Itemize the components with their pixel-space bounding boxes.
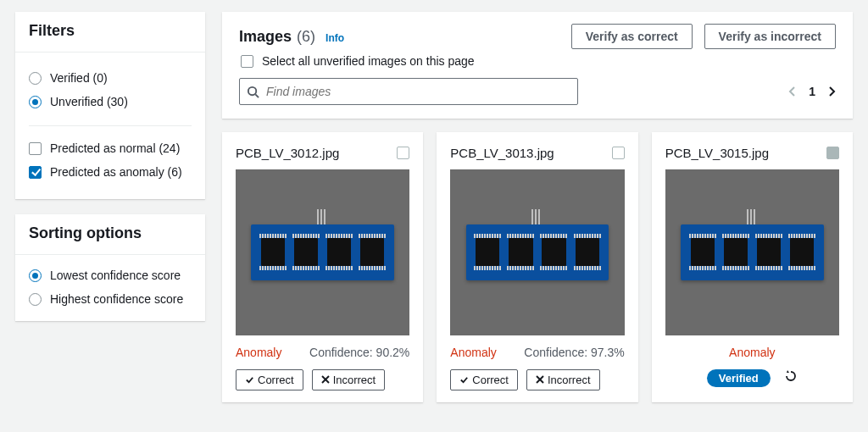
- verified-badge: Verified: [707, 369, 771, 387]
- x-icon: [321, 375, 330, 384]
- image-thumbnail[interactable]: [450, 169, 624, 335]
- pagination: 1: [788, 85, 836, 98]
- filter-unverified[interactable]: Unverified (30): [29, 90, 192, 114]
- sorting-panel: Sorting options Lowest confidence score …: [15, 214, 205, 321]
- undo-button[interactable]: [784, 369, 798, 387]
- radio-icon: [29, 72, 42, 85]
- filters-title: Filters: [15, 12, 205, 53]
- status-label: Anomaly: [450, 346, 496, 359]
- search-input-wrapper[interactable]: [239, 78, 578, 105]
- filter-label: Unverified (30): [50, 95, 128, 108]
- image-card: PCB_LV_3013.jpg Anomaly Confidence: 97.3…: [437, 132, 637, 402]
- filter-predicted-normal[interactable]: Predicted as normal (24): [29, 136, 192, 160]
- x-icon: [536, 375, 544, 384]
- prev-page-button[interactable]: [788, 86, 797, 97]
- chevron-left-icon: [788, 86, 797, 97]
- svg-point-0: [248, 86, 256, 94]
- chevron-right-icon: [827, 86, 836, 97]
- filter-label: Predicted as anomaly (6): [50, 165, 182, 179]
- filter-predicted-anomaly[interactable]: Predicted as anomaly (6): [29, 160, 192, 184]
- undo-icon: [784, 369, 798, 383]
- image-card: PCB_LV_3012.jpg Anomaly Confidence: 90.2…: [222, 132, 423, 402]
- filters-panel: Filters Verified (0) Unverified (30): [15, 12, 205, 199]
- confidence-label: Confidence: 90.2%: [309, 346, 409, 359]
- filter-label: Predicted as normal (24): [50, 141, 180, 155]
- image-filename: PCB_LV_3013.jpg: [450, 146, 554, 160]
- search-input[interactable]: [264, 84, 570, 99]
- filter-group-verification: Verified (0) Unverified (30): [29, 61, 192, 119]
- images-header-panel: Images (6) Info Verify as correct Verify…: [222, 12, 853, 119]
- images-title: Images: [239, 28, 292, 46]
- current-page: 1: [809, 85, 815, 98]
- select-all-checkbox[interactable]: [241, 55, 253, 68]
- confidence-label: Confidence: 97.3%: [524, 346, 624, 359]
- sorting-title: Sorting options: [15, 214, 205, 255]
- radio-icon: [29, 293, 42, 306]
- mark-incorrect-button[interactable]: Incorrect: [312, 369, 386, 390]
- check-icon: [459, 375, 469, 385]
- status-label: Anomaly: [236, 346, 281, 359]
- image-filename: PCB_LV_3012.jpg: [236, 146, 339, 160]
- select-all-label: Select all unverified images on this pag…: [262, 54, 475, 68]
- verify-correct-button[interactable]: Verify as correct: [571, 24, 693, 49]
- radio-icon: [29, 96, 42, 108]
- image-thumbnail[interactable]: [665, 169, 839, 335]
- search-icon: [247, 86, 259, 98]
- checkbox-icon: [29, 166, 42, 179]
- images-count: (6): [297, 28, 315, 46]
- sort-label: Highest confidence score: [50, 292, 183, 306]
- sort-label: Lowest confidence score: [50, 269, 181, 282]
- filter-group-prediction: Predicted as normal (24) Predicted as an…: [29, 125, 192, 189]
- checkbox-icon: [29, 142, 42, 155]
- image-select-checkbox[interactable]: [397, 147, 409, 159]
- filter-label: Verified (0): [50, 71, 108, 85]
- check-icon: [245, 375, 254, 385]
- mark-incorrect-button[interactable]: Incorrect: [526, 369, 600, 390]
- sort-highest-confidence[interactable]: Highest confidence score: [29, 287, 192, 311]
- filter-verified[interactable]: Verified (0): [29, 66, 192, 90]
- image-thumbnail[interactable]: [236, 169, 409, 335]
- next-page-button[interactable]: [827, 86, 836, 97]
- verify-incorrect-button[interactable]: Verify as incorrect: [704, 24, 836, 49]
- mark-correct-button[interactable]: Correct: [450, 369, 518, 390]
- svg-line-1: [255, 94, 259, 97]
- image-card: PCB_LV_3015.jpg Anomaly Verified: [652, 132, 853, 402]
- image-filename: PCB_LV_3015.jpg: [665, 146, 769, 160]
- image-select-checkbox[interactable]: [826, 147, 839, 159]
- status-label: Anomaly: [729, 346, 775, 359]
- info-link[interactable]: Info: [326, 32, 344, 44]
- radio-icon: [29, 269, 42, 282]
- image-select-checkbox[interactable]: [612, 147, 625, 159]
- sort-lowest-confidence[interactable]: Lowest confidence score: [29, 263, 192, 287]
- mark-correct-button[interactable]: Correct: [236, 369, 303, 390]
